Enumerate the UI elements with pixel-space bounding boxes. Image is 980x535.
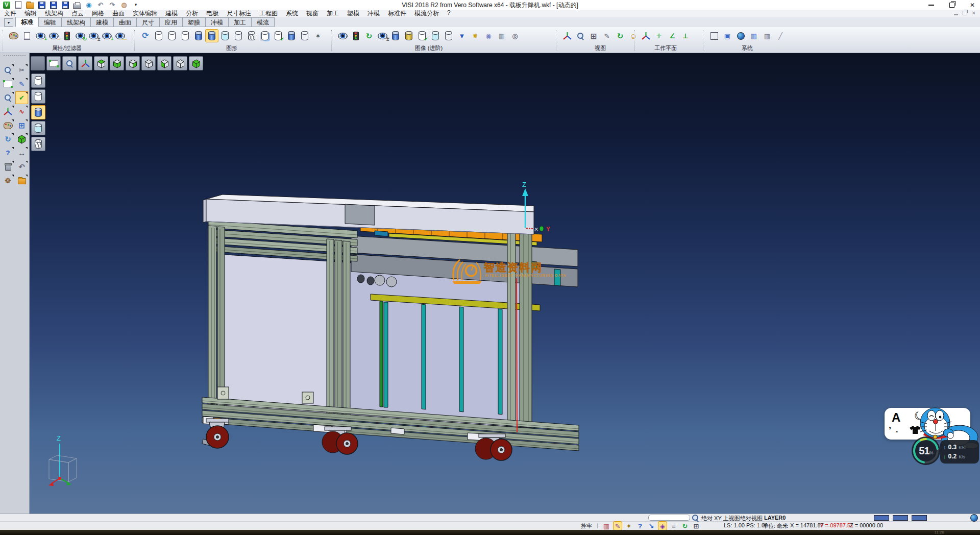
cylinder-dashed-button[interactable] [166,30,178,42]
render-face-button[interactable]: ☺ [627,30,640,42]
world-globe-button[interactable] [734,30,747,42]
triad-axes-button[interactable] [78,56,92,70]
tab-模流[interactable]: 模流 [252,17,275,27]
tab-建模[interactable]: 建模 [91,17,114,27]
navigate-wheel-button[interactable]: ☸ [2,175,14,186]
layer-stack-button[interactable]: ≡ [670,522,678,530]
workplane-entity-button[interactable]: ∠ [666,30,678,42]
workplane-normal-button[interactable]: ⊥ [679,30,692,42]
hide-entities-button[interactable]: − [47,30,60,42]
solid-yellow-button[interactable] [403,30,415,42]
validate-check-button[interactable]: ✔ [16,92,28,104]
menu-视窗[interactable]: 视窗 [302,9,323,18]
zoom-preview-button[interactable] [62,56,77,70]
style-hidden-line-button[interactable] [31,89,45,104]
solid-blue-button[interactable] [389,30,402,42]
trim-curve-button[interactable]: ✂ [16,64,28,76]
save-all-button[interactable] [61,1,69,9]
cylinder-shaded-button[interactable] [192,30,205,42]
entity-attributes-button[interactable] [2,119,14,131]
child-restore-button[interactable] [963,11,967,15]
undo-button[interactable]: ↶ [96,1,105,9]
close-button[interactable]: ✕ [970,2,975,8]
visi-logo-button[interactable]: V [3,1,11,9]
viewport-grid-button[interactable]: ⊞ [692,522,700,530]
view-layout-button[interactable]: ⊞ [587,30,600,42]
menu-系统[interactable]: 系统 [282,9,302,18]
tab-应用[interactable]: 应用 [160,17,183,27]
cylinder-shaded-active-button[interactable] [206,30,218,42]
solid-cyan-button[interactable] [429,30,442,42]
minimize-button[interactable] [928,5,934,6]
save-as-button[interactable] [50,1,58,9]
direction-cone-button[interactable]: ▼ [456,30,468,42]
modify-curve-button[interactable]: ∿ [16,106,28,117]
cylinder-multi-button[interactable] [259,30,271,42]
view-refresh-button[interactable]: ↻ [614,30,626,42]
query-help-button[interactable]: ? [636,522,644,530]
workplane-xy-button[interactable] [640,30,652,42]
shade-toggle-button[interactable]: ± [376,30,388,42]
workplane-view-button[interactable]: ✛ [653,30,665,42]
toggle-visibility-button[interactable]: ± [87,30,100,42]
memory-gauge-overlay[interactable]: 51% [912,436,940,465]
data-table-button[interactable]: ▦ [748,30,760,42]
cube-left-button[interactable] [157,56,172,70]
cylinder-hatched-button[interactable] [246,30,258,42]
fit-view-button[interactable] [46,56,61,70]
style-shaded-edges-button[interactable] [31,121,45,135]
tab-编辑[interactable]: 编辑 [39,17,62,27]
style-hatched-button[interactable] [31,137,45,151]
background-image-button[interactable]: ▦ [496,30,508,42]
tab-标准[interactable]: 标准 [15,17,39,27]
layer-color-swatch[interactable] [912,515,927,521]
layer-color-swatch[interactable] [893,515,908,521]
menu-标准件[interactable]: 标准件 [384,9,410,18]
layer-color-swatch[interactable] [874,515,889,521]
world-globe-status-icon[interactable] [970,514,978,522]
edit-pen-button[interactable]: ✎ [614,522,622,530]
display-attributes-button[interactable] [8,30,20,42]
tab-塑膜[interactable]: 塑膜 [183,17,206,27]
open-file-button[interactable] [26,1,34,9]
redo-button[interactable]: ↷ [108,1,116,9]
cylinder-wireframe-button[interactable] [153,30,165,42]
tab-尺寸[interactable]: 尺寸 [137,17,160,27]
cylinder-erase-button[interactable] [299,30,311,42]
advanced-filter-button[interactable] [350,30,362,42]
show-all-button[interactable]: + [101,30,113,42]
cube-wire-button[interactable] [173,56,187,70]
search-input[interactable] [648,515,690,521]
cylinder-transparent-button[interactable] [219,30,231,42]
sketch-curve-button[interactable]: ✎ [16,78,28,90]
menu-?[interactable]: ? [443,9,455,18]
cube-bottom-button[interactable] [110,56,124,70]
cube-iso-button[interactable] [189,56,203,70]
style-wireframe-button[interactable] [31,74,45,88]
print-button[interactable] [73,1,81,9]
view-sketch-button[interactable]: ✎ [601,30,613,42]
slope-ruler-button[interactable]: ╱ [774,30,787,42]
wcs-triad-button[interactable] [2,106,14,117]
cube-back-button[interactable] [141,56,156,70]
lock-label[interactable]: 拴牢 [581,522,592,530]
snapshot-monitor-button[interactable]: ▣ [721,30,733,42]
workplane-box-button[interactable]: ◈ [658,522,667,530]
tile-view-button[interactable]: ⊞ [16,119,28,131]
regen-view-button[interactable]: ↻ [2,133,14,145]
build-tool-button[interactable]: ✦ [625,522,633,530]
graphics-settings-button[interactable]: ✶ [312,30,324,42]
cylinder-modify-button[interactable] [285,30,298,42]
net-speed-overlay[interactable]: ↑ 0.3 K/s ↓ 0.2 K/s [940,440,979,464]
menu-模流分析[interactable]: 模流分析 [410,9,443,18]
tab-dropdown-button[interactable]: ▼ [4,18,13,27]
cylinder-recycle-button[interactable] [272,30,284,42]
material-sphere-button[interactable]: ◉ [482,30,495,42]
open-part-button[interactable] [16,175,28,186]
child-minimize-button[interactable] [954,14,958,15]
rotate-view-button[interactable]: ↻ [681,522,689,530]
solid-check-button[interactable] [416,30,428,42]
regen-graphics-button[interactable]: ⟳ [139,30,152,42]
refresh-visibility-button[interactable]: ↻ [74,30,86,42]
save-button[interactable] [38,1,46,9]
